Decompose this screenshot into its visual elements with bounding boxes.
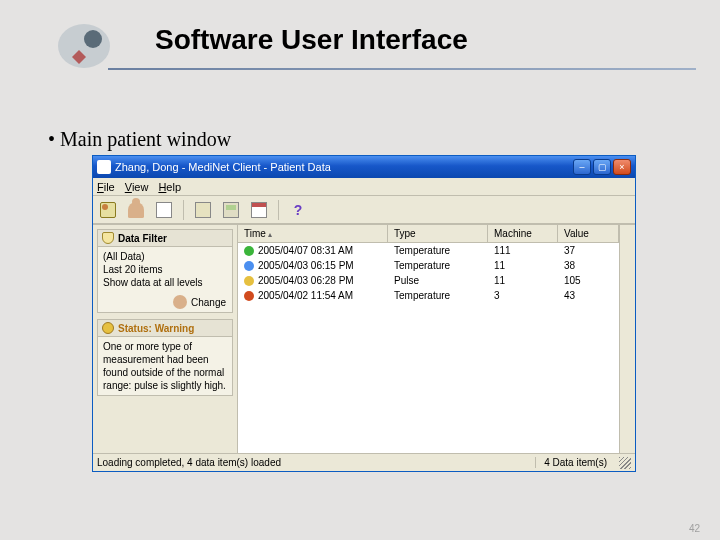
measure-icon <box>223 202 239 218</box>
col-header-time[interactable]: Time <box>238 225 388 242</box>
status-header[interactable]: Status: Warning <box>98 320 232 337</box>
person-icon <box>128 202 144 218</box>
cell-type: Temperature <box>388 289 488 302</box>
toolbar-separator <box>278 200 279 220</box>
table-row[interactable]: 2005/04/03 06:15 PMTemperature1138 <box>238 258 619 273</box>
window-title: Zhang, Dong - MediNet Client - Patient D… <box>115 161 573 173</box>
cell-machine: 11 <box>488 259 558 272</box>
cell-machine: 111 <box>488 244 558 257</box>
title-underline <box>108 68 696 70</box>
status-title: Status: Warning <box>118 323 194 334</box>
sidebar: Data Filter (All Data) Last 20 items Sho… <box>93 225 237 453</box>
list-header: Time Type Machine Value <box>238 225 619 243</box>
statusbar: Loading completed, 4 data item(s) loaded… <box>93 453 635 471</box>
slide-title: Software User Interface <box>155 24 468 56</box>
data-filter-title: Data Filter <box>118 233 167 244</box>
cell-time: 2005/04/07 08:31 AM <box>258 245 353 256</box>
warning-icon <box>102 322 114 334</box>
col-header-machine[interactable]: Machine <box>488 225 558 242</box>
menu-help[interactable]: Help <box>158 181 181 193</box>
cell-value: 37 <box>558 244 619 257</box>
table-row[interactable]: 2005/04/03 06:28 PMPulse11105 <box>238 273 619 288</box>
change-icon <box>173 295 187 309</box>
toolbar-separator <box>183 200 184 220</box>
toolbar-patient-button[interactable] <box>125 199 147 221</box>
change-label: Change <box>191 297 226 308</box>
main-area: Time Type Machine Value 2005/04/07 08:31… <box>237 225 635 453</box>
cell-machine: 11 <box>488 274 558 287</box>
titlebar[interactable]: Zhang, Dong - MediNet Client - Patient D… <box>93 156 635 178</box>
slide-page-number: 42 <box>689 523 700 534</box>
filter-line-2: Last 20 items <box>103 263 227 276</box>
maximize-button[interactable]: ▢ <box>593 159 611 175</box>
device-icon <box>195 202 211 218</box>
filter-line-3: Show data at all levels <box>103 276 227 289</box>
status-dot-icon <box>244 276 254 286</box>
cell-value: 38 <box>558 259 619 272</box>
app-icon <box>97 160 111 174</box>
col-header-type[interactable]: Type <box>388 225 488 242</box>
toolbar-card-button[interactable] <box>97 199 119 221</box>
statusbar-right: 4 Data item(s) <box>536 457 615 468</box>
body-area: Data Filter (All Data) Last 20 items Sho… <box>93 224 635 453</box>
data-filter-header[interactable]: Data Filter <box>98 230 232 247</box>
cell-time: 2005/04/03 06:28 PM <box>258 275 354 286</box>
filter-change-row[interactable]: Change <box>98 292 232 312</box>
toolbar-doc-button[interactable] <box>153 199 175 221</box>
cell-type: Temperature <box>388 259 488 272</box>
cell-time: 2005/04/03 06:15 PM <box>258 260 354 271</box>
data-list: Time Type Machine Value 2005/04/07 08:31… <box>237 225 619 453</box>
table-row[interactable]: 2005/04/07 08:31 AMTemperature11137 <box>238 243 619 258</box>
statusbar-left: Loading completed, 4 data item(s) loaded <box>97 457 536 468</box>
data-filter-body: (All Data) Last 20 items Show data at al… <box>98 247 232 292</box>
cell-type: Pulse <box>388 274 488 287</box>
status-body: One or more type of measurement had been… <box>98 337 232 395</box>
filter-icon <box>102 232 114 244</box>
cell-type: Temperature <box>388 244 488 257</box>
status-dot-icon <box>244 246 254 256</box>
help-icon: ? <box>290 202 306 218</box>
toolbar-device-button[interactable] <box>192 199 214 221</box>
cell-time: 2005/04/02 11:54 AM <box>258 290 353 301</box>
status-dot-icon <box>244 261 254 271</box>
toolbar: ? <box>93 196 635 224</box>
data-filter-panel: Data Filter (All Data) Last 20 items Sho… <box>97 229 233 313</box>
cell-value: 105 <box>558 274 619 287</box>
app-window: Zhang, Dong - MediNet Client - Patient D… <box>92 155 636 472</box>
toolbar-calendar-button[interactable] <box>248 199 270 221</box>
minimize-button[interactable]: – <box>573 159 591 175</box>
filter-line-1: (All Data) <box>103 250 227 263</box>
close-button[interactable]: × <box>613 159 631 175</box>
menubar: File View Help <box>93 178 635 196</box>
slide-logo-icon <box>58 24 110 68</box>
resize-grip-icon[interactable] <box>619 457 631 469</box>
list-rows: 2005/04/07 08:31 AMTemperature111372005/… <box>238 243 619 453</box>
toolbar-measure-button[interactable] <box>220 199 242 221</box>
vertical-scrollbar[interactable] <box>619 225 635 453</box>
menu-file[interactable]: File <box>97 181 115 193</box>
slide-bullet: Main patient window <box>48 128 231 151</box>
table-row[interactable]: 2005/04/02 11:54 AMTemperature343 <box>238 288 619 303</box>
document-icon <box>156 202 172 218</box>
cell-machine: 3 <box>488 289 558 302</box>
status-dot-icon <box>244 291 254 301</box>
menu-view[interactable]: View <box>125 181 149 193</box>
col-header-value[interactable]: Value <box>558 225 619 242</box>
cell-value: 43 <box>558 289 619 302</box>
status-panel: Status: Warning One or more type of meas… <box>97 319 233 396</box>
calendar-icon <box>251 202 267 218</box>
card-icon <box>100 202 116 218</box>
toolbar-help-button[interactable]: ? <box>287 199 309 221</box>
